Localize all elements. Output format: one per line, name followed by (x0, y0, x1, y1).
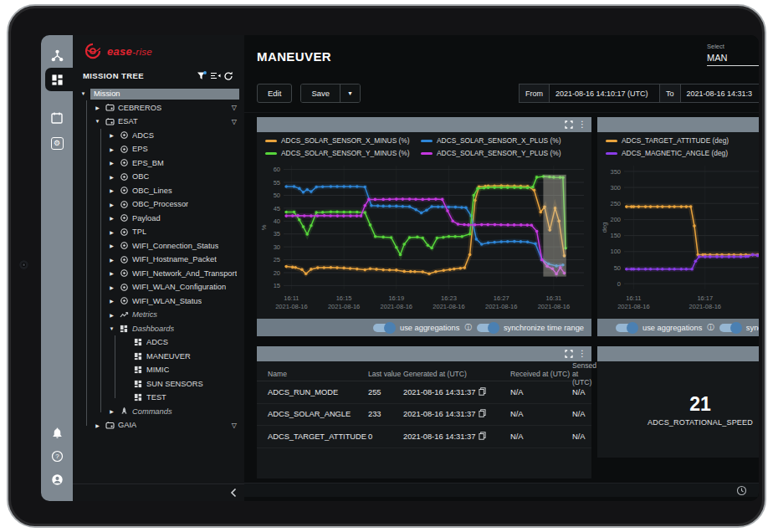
tree-item-adcs[interactable]: ▶ADCS (73, 129, 244, 143)
copy-icon[interactable] (479, 409, 486, 419)
synchronize-time-range-toggle[interactable] (719, 324, 741, 332)
table-header-row: NameLast valueGenerated at (UTC)Received… (257, 361, 591, 381)
expand-icon[interactable] (565, 350, 573, 358)
tree-item-dashboards[interactable]: ▼Dashboards (73, 322, 244, 336)
tree-item-esat[interactable]: ▼ESAT▽ (73, 115, 244, 129)
table-row: ADCS_RUN_MODE2552021-08-16 14:31:37N/AN/… (257, 381, 591, 404)
use-aggregations-toggle[interactable] (616, 324, 637, 332)
settings-icon[interactable]: ⚙ (41, 132, 73, 154)
legend-item[interactable]: ADCS_SOLAR_SENSOR_Y_PLUS (%) (421, 149, 583, 157)
copy-icon[interactable] (479, 432, 486, 442)
tree-collapsed-arrow-icon[interactable]: ▶ (108, 174, 115, 180)
tree-item-wifi-wlan-configuration[interactable]: ▶WIFI_WLAN_Configuration (73, 280, 244, 294)
line-chart-solar-sensors[interactable]: 1520253035404550556016:112021-08-1616:15… (260, 161, 588, 313)
filter-icon[interactable] (195, 70, 208, 81)
help-icon[interactable]: ? (41, 445, 73, 467)
tree-item-mission[interactable]: ▼Mission (73, 87, 244, 101)
node-icon (119, 241, 129, 250)
tree-collapsed-arrow-icon[interactable]: ▶ (108, 146, 115, 152)
tree-item-gaia[interactable]: ▶GAIA▽ (73, 418, 244, 432)
expander-nabla-icon[interactable]: ▽ (232, 422, 244, 429)
tree-item-commands[interactable]: ▶Commands (73, 405, 244, 419)
tree-item-cebreros[interactable]: ▶CEBREROS▽ (73, 101, 244, 115)
tree-collapsed-arrow-icon[interactable]: ▶ (108, 312, 115, 318)
svg-text:350: 350 (610, 168, 621, 176)
expand-icon[interactable] (565, 120, 573, 129)
tree-item-wifi-connection-status[interactable]: ▶WIFI_Connection_Status (73, 239, 244, 253)
tree-item-adcs[interactable]: ADCS (73, 335, 244, 350)
notifications-icon[interactable] (41, 422, 73, 443)
tree-collapsed-arrow-icon[interactable]: ▶ (108, 298, 115, 304)
tree-item-wifi-hostname-packet[interactable]: ▶WIFI_Hostname_Packet (73, 253, 244, 267)
collapse-left-chevron-icon[interactable] (230, 488, 237, 498)
node-icon (119, 158, 129, 167)
collapse-all-icon[interactable] (208, 70, 222, 81)
tree-item-obc-processor[interactable]: ▶OBC_Processor (73, 197, 244, 212)
tree-item-test[interactable]: TEST (73, 391, 244, 405)
kebab-menu-icon[interactable]: ⋮ (578, 120, 586, 129)
legend-item[interactable]: ADCS_MAGNETIC_ANGLE (deg) (606, 149, 759, 157)
tree-item-maneuver[interactable]: MANEUVER (73, 350, 244, 364)
tree-item-eps-bm[interactable]: ▶EPS_BM (73, 156, 244, 171)
tree-collapsed-arrow-icon[interactable]: ▶ (94, 105, 101, 110)
edit-button[interactable]: Edit (257, 84, 292, 103)
tree-collapsed-arrow-icon[interactable]: ▶ (94, 422, 101, 428)
dashboard-selector[interactable]: Select MAN (707, 43, 759, 66)
svg-text:16:23: 16:23 (441, 294, 457, 302)
tree-collapsed-arrow-icon[interactable]: ▶ (108, 229, 115, 235)
account-icon[interactable] (41, 468, 73, 490)
use-aggregations-toggle[interactable] (373, 324, 395, 332)
tree-item-obc[interactable]: ▶OBC (73, 170, 244, 184)
from-label: From (519, 84, 549, 103)
legend-item[interactable]: ADCS_SOLAR_SENSOR_X_MINUS (%) (265, 136, 421, 145)
tree-expanded-arrow-icon[interactable]: ▼ (94, 119, 101, 124)
tree-item-tpl[interactable]: ▶TPL (73, 225, 244, 239)
tree-expanded-arrow-icon[interactable]: ▼ (79, 91, 87, 96)
copy-icon[interactable] (479, 387, 486, 397)
tree-collapsed-arrow-icon[interactable]: ▶ (108, 132, 115, 138)
save-dropdown-caret-icon[interactable]: ▼ (340, 84, 360, 102)
calendar-icon[interactable] (41, 107, 73, 129)
synchronize-label: synchronize time range (746, 324, 759, 332)
tree-item-sun-sensors[interactable]: SUN SENSORS (73, 377, 244, 391)
table-column-header: Name (268, 370, 368, 378)
tree-item-metrics[interactable]: ▶Metrics (73, 308, 244, 322)
dashboards-icon[interactable] (41, 69, 73, 90)
kebab-menu-icon[interactable]: ⋮ (578, 350, 586, 358)
tree-item-mimic[interactable]: MIMIC (73, 363, 244, 377)
tree-item-wifi-wlan-status[interactable]: ▶WIFI_WLAN_Status (73, 294, 244, 309)
tree-collapsed-arrow-icon[interactable]: ▶ (108, 243, 115, 248)
tree-collapsed-arrow-icon[interactable]: ▶ (108, 160, 115, 166)
tree-collapsed-arrow-icon[interactable]: ▶ (108, 408, 115, 414)
tree-collapsed-arrow-icon[interactable]: ▶ (108, 202, 115, 207)
to-datetime-input[interactable]: 2021-08-16 14:31:3 (680, 84, 759, 103)
network-tree-icon[interactable] (41, 44, 73, 66)
tree-expanded-arrow-icon[interactable]: ▼ (108, 326, 115, 331)
tree-collapsed-arrow-icon[interactable]: ▶ (108, 215, 115, 221)
tree-collapsed-arrow-icon[interactable]: ▶ (108, 187, 115, 193)
legend-item[interactable]: ADCS_SOLAR_SENSOR_X_PLUS (%) (421, 136, 583, 145)
table-cell: 0 (368, 432, 403, 441)
save-split-button[interactable]: Save ▼ (300, 84, 361, 103)
legend-item[interactable]: ADCS_TARGET_ATTITUDE (deg) (606, 136, 759, 145)
from-datetime-input[interactable]: 2021-08-16 14:10:17 (UTC) (549, 84, 659, 103)
tree-collapsed-arrow-icon[interactable]: ▶ (108, 284, 115, 290)
synchronize-time-range-toggle[interactable] (477, 324, 499, 332)
metrics-icon (119, 310, 129, 320)
chart-legend: ADCS_SOLAR_SENSOR_X_MINUS (%)ADCS_SOLAR_… (257, 132, 591, 159)
expander-nabla-icon[interactable]: ▽ (232, 118, 244, 125)
rotational-speed-card: ⋮ 21 ADCS_ROTATIONAL_SPEED (597, 346, 759, 458)
toolbar: Edit Save ▼ (257, 84, 361, 103)
history-clock-icon[interactable] (736, 485, 747, 496)
expander-nabla-icon[interactable]: ▽ (232, 104, 244, 111)
tree-collapsed-arrow-icon[interactable]: ▶ (108, 257, 115, 263)
line-chart-attitude[interactable]: 05010015020025030035016:112021-08-1616:1… (601, 161, 759, 313)
tree-item-eps[interactable]: ▶EPS (73, 142, 244, 156)
save-button[interactable]: Save (301, 84, 340, 102)
legend-item[interactable]: ADCS_SOLAR_SENSOR_Y_MINUS (%) (265, 149, 421, 157)
tree-item-obc-lines[interactable]: ▶OBC_Lines (73, 184, 244, 198)
tree-item-payload[interactable]: ▶Payload (73, 212, 244, 226)
tree-collapsed-arrow-icon[interactable]: ▶ (108, 270, 115, 276)
refresh-icon[interactable] (222, 70, 235, 81)
tree-item-wifi-network-and-transport[interactable]: ▶WIFI_Network_And_Transport (73, 267, 244, 281)
